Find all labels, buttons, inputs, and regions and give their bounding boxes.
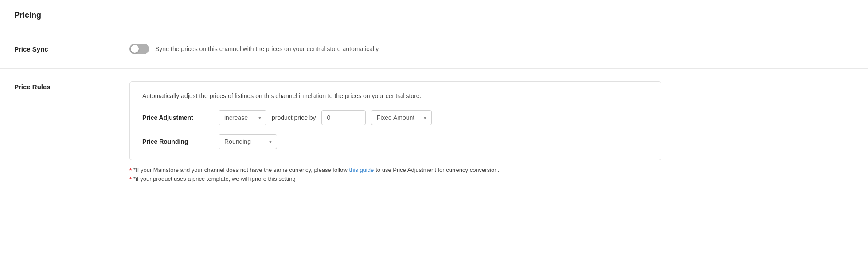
price-rounding-select-wrapper: Rounding Round Up Round Down No Rounding… [219,134,277,149]
page-container: Pricing Price Sync Sync the prices on th… [0,0,868,262]
price-rules-outer-section: Price Rules Automatically adjust the pri… [0,69,868,184]
note-1: * *If your Mainstore and your channel do… [129,167,840,174]
price-adjustment-row: Price Adjustment increase decrease ▼ pro… [142,110,649,125]
note-1-link[interactable]: this guide [349,167,374,173]
price-adjustment-select-wrapper: increase decrease ▼ [219,110,266,125]
price-rules-flex: Price Rules Automatically adjust the pri… [14,81,854,184]
price-rounding-row: Price Rounding Rounding Round Up Round D… [142,134,649,149]
note-1-asterisk: * [129,167,132,174]
notes-section: * *If your Mainstore and your channel do… [129,160,854,183]
note-1-prefix: *If your Mainstore and your channel does… [133,167,347,173]
price-sync-label: Price Sync [14,44,129,53]
price-amount-input[interactable] [321,110,366,125]
note-2-text: *if your product uses a price template, … [133,175,296,182]
price-rounding-label: Price Rounding [142,138,213,145]
price-sync-toggle[interactable] [129,44,149,54]
note-2-asterisk: * [129,176,132,183]
toggle-track [129,44,149,54]
price-type-select[interactable]: Fixed Amount Percentage [371,110,432,125]
price-sync-content: Sync the prices on this channel with the… [129,44,854,54]
price-rounding-select[interactable]: Rounding Round Up Round Down No Rounding [219,134,277,149]
price-rules-box: Automatically adjust the prices of listi… [129,81,661,160]
price-type-select-wrapper: Fixed Amount Percentage ▼ [371,110,432,125]
price-sync-description: Sync the prices on this channel with the… [155,45,380,52]
price-sync-section: Price Sync Sync the prices on this chann… [0,29,868,69]
note-1-suffix: to use Price Adjustment for currency con… [375,167,499,173]
page-title: Pricing [0,0,868,29]
price-rules-description: Automatically adjust the prices of listi… [142,92,649,99]
price-rules-content: Automatically adjust the prices of listi… [129,81,854,184]
by-text: product price by [272,114,316,121]
note-2: * *if your product uses a price template… [129,175,840,183]
price-rules-label: Price Rules [14,81,129,91]
toggle-row: Sync the prices on this channel with the… [129,44,854,54]
toggle-thumb [131,45,139,53]
price-adjustment-label: Price Adjustment [142,114,213,121]
price-adjustment-select[interactable]: increase decrease [219,110,266,125]
